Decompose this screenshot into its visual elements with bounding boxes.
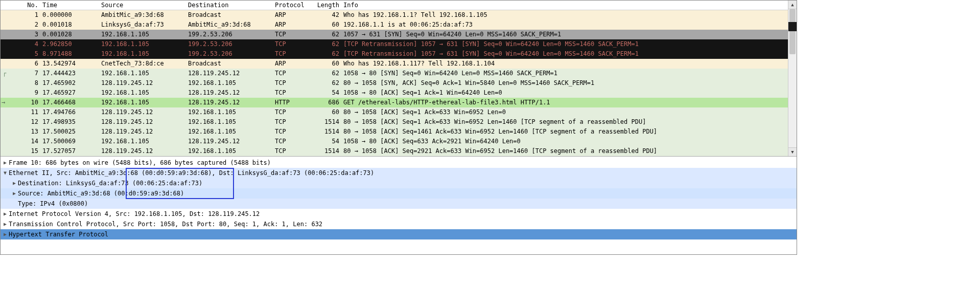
packet-row[interactable]: 817.465902128.119.245.12192.168.1.105TCP… [1,78,788,88]
cell-dst: 128.119.245.12 [187,69,274,78]
packet-row[interactable]: 20.001018LinksysG_da:af:73AmbitMic_a9:3d… [1,20,788,30]
cell-proto: TCP [274,78,314,88]
row-gutter [1,39,11,49]
cell-info: 80 → 1058 [ACK] Seq=1461 Ack=633 Win=695… [342,127,788,137]
scroll-track[interactable] [788,9,797,147]
scroll-thumb[interactable] [789,9,796,54]
cell-info: 192.168.1.1 is at 00:06:25:da:af:73 [342,20,788,30]
cell-time: 17.500025 [41,127,100,137]
scroll-down-icon[interactable]: ▼ [788,147,797,156]
packet-row[interactable]: 10.000000AmbitMic_a9:3d:68BroadcastARP42… [1,10,788,20]
packet-row[interactable]: 1417.500069192.168.1.105128.119.245.12TC… [1,137,788,146]
cell-src: 128.119.245.12 [100,107,187,117]
row-gutter [1,78,11,88]
cell-no: 6 [11,59,41,69]
row-gutter [1,30,11,39]
cell-time: 17.500069 [41,137,100,146]
row-gutter [1,88,11,98]
tree-tcp[interactable]: ▶ Transmission Control Protocol, Src Por… [1,219,797,229]
chevron-right-icon[interactable]: ▶ [2,219,9,229]
cell-info: 1058 → 80 [SYN] Seq=0 Win=64240 Len=0 MS… [342,69,788,78]
tree-ip-label: Internet Protocol Version 4, Src: 192.16… [9,209,260,219]
chevron-right-icon[interactable]: ▶ [2,158,9,168]
row-gutter [1,127,11,137]
cell-proto: TCP [274,30,314,39]
cell-src: 192.168.1.105 [100,49,187,59]
cell-time: 17.465902 [41,78,100,88]
cell-len: 54 [314,137,342,146]
tree-ethernet[interactable]: ▼ Ethernet II, Src: AmbitMic_a9:3d:68 (0… [1,168,797,178]
cell-time: 2.962850 [41,39,100,49]
cell-time: 8.971488 [41,49,100,59]
packet-row[interactable]: 613.542974CnetTech_73:8d:ceBroadcastARP6… [1,59,788,69]
cell-no: 1 [11,10,41,20]
packet-row[interactable]: 1117.494766128.119.245.12192.168.1.105TC… [1,107,788,117]
packet-list-header[interactable]: No. Time Source Destination Protocol Len… [1,1,788,10]
cell-dst: 192.168.1.105 [187,146,274,156]
packet-row[interactable]: →1017.466468192.168.1.105128.119.245.12H… [1,98,788,107]
cell-src: 192.168.1.105 [100,69,187,78]
packet-row[interactable]: 58.971488192.168.1.105199.2.53.206TCP62[… [1,49,788,59]
cell-proto: ARP [274,10,314,20]
packet-row[interactable]: 1317.500025128.119.245.12192.168.1.105TC… [1,127,788,137]
packet-list-body: No. Time Source Destination Protocol Len… [1,1,788,156]
packet-row[interactable]: ┌717.444423192.168.1.105128.119.245.12TC… [1,69,788,78]
packet-row[interactable]: 917.465927192.168.1.105128.119.245.12TCP… [1,88,788,98]
col-header-dst[interactable]: Destination [187,1,274,10]
tree-frame[interactable]: ▶ Frame 10: 686 bytes on wire (5488 bits… [1,158,797,168]
packet-list-scrollbar[interactable]: ▲ ▼ [788,1,797,156]
tree-eth-src[interactable]: ▶ Source: AmbitMic_a9:3d:68 (00:d0:59:a9… [1,188,797,199]
col-header-time[interactable]: Time [41,1,100,10]
cell-proto: TCP [274,127,314,137]
cell-no: 3 [11,30,41,39]
packet-list-rows: 10.000000AmbitMic_a9:3d:68BroadcastARP42… [1,10,788,156]
cell-info: Who has 192.168.1.117? Tell 192.168.1.10… [342,59,788,69]
cell-dst: 199.2.53.206 [187,39,274,49]
packet-row[interactable]: 30.001028192.168.1.105199.2.53.206TCP621… [1,30,788,39]
col-header-info[interactable]: Info [342,1,788,10]
cell-proto: TCP [274,88,314,98]
cell-dst: 128.119.245.12 [187,137,274,146]
cell-proto: TCP [274,69,314,78]
chevron-right-icon[interactable]: ▶ [11,188,18,199]
cell-time: 0.001018 [41,20,100,30]
col-header-proto[interactable]: Protocol [274,1,314,10]
packet-row[interactable]: 1517.527057128.119.245.12192.168.1.105TC… [1,146,788,156]
cell-dst: 192.168.1.105 [187,117,274,127]
scroll-up-icon[interactable]: ▲ [788,1,797,9]
col-header-src[interactable]: Source [100,1,187,10]
col-header-len[interactable]: Length [314,1,342,10]
cell-no: 2 [11,20,41,30]
cell-src: 128.119.245.12 [100,146,187,156]
cell-len: 62 [314,49,342,59]
packet-row[interactable]: 1217.498935128.119.245.12192.168.1.105TC… [1,117,788,127]
cell-src: 128.119.245.12 [100,78,187,88]
tree-eth-dst[interactable]: ▶ Destination: LinksysG_da:af:73 (00:06:… [1,178,797,188]
cell-src: 192.168.1.105 [100,137,187,146]
cell-time: 13.542974 [41,59,100,69]
row-gutter [1,20,11,30]
packet-row[interactable]: 42.962850192.168.1.105199.2.53.206TCP62[… [1,39,788,49]
tree-http[interactable]: ▶ Hypertext Transfer Protocol [1,229,797,239]
cell-dst: 192.168.1.105 [187,127,274,137]
packet-details-pane: ▶ Frame 10: 686 bytes on wire (5488 bits… [1,157,797,254]
tree-eth-dst-label: Destination: LinksysG_da:af:73 (00:06:25… [18,178,202,188]
cell-src: 128.119.245.12 [100,117,187,127]
cell-info: Who has 192.168.1.1? Tell 192.168.1.105 [342,10,788,20]
cell-time: 17.444423 [41,69,100,78]
col-header-no[interactable]: No. [11,1,41,10]
tree-tcp-label: Transmission Control Protocol, Src Port:… [9,219,322,229]
cell-len: 62 [314,69,342,78]
cell-src: 192.168.1.105 [100,30,187,39]
row-gutter [1,10,11,20]
chevron-right-icon[interactable]: ▶ [2,229,9,239]
cell-proto: TCP [274,107,314,117]
chevron-right-icon[interactable]: ▶ [11,178,18,188]
cell-dst: 128.119.245.12 [187,98,274,107]
cell-proto: TCP [274,39,314,49]
chevron-down-icon[interactable]: ▼ [2,168,9,178]
chevron-right-icon[interactable]: ▶ [2,209,9,219]
tree-eth-type[interactable]: Type: IPv4 (0x0800) [1,199,797,209]
cell-dst: Broadcast [187,10,274,20]
tree-ip[interactable]: ▶ Internet Protocol Version 4, Src: 192.… [1,209,797,219]
